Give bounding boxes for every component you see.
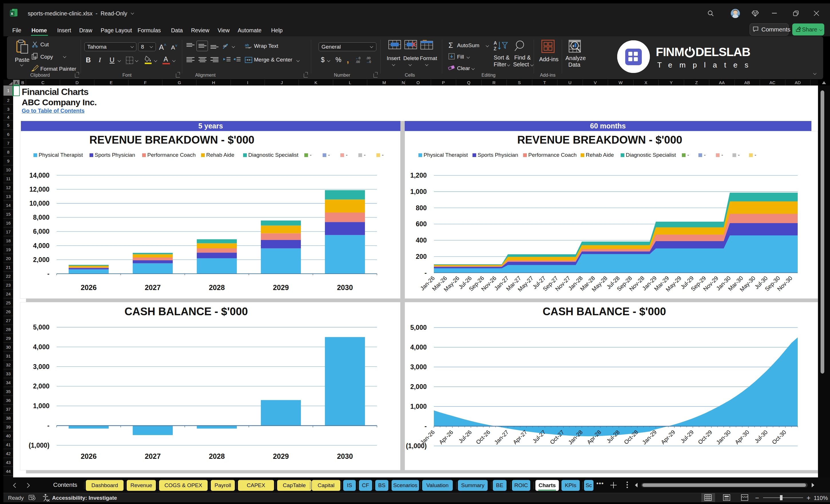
- svg-text:Sports Physician: Sports Physician: [95, 152, 135, 158]
- svg-text:0: 0: [369, 60, 371, 63]
- svg-text:x: x: [11, 11, 13, 16]
- svg-text:Physical Therapist: Physical Therapist: [39, 152, 83, 158]
- svg-text:CASH BALANCE - $'000: CASH BALANCE - $'000: [124, 306, 248, 317]
- svg-text:Jan-27: Jan-27: [493, 429, 510, 446]
- svg-text:Jul-29: Jul-29: [679, 429, 695, 444]
- svg-text:12,000: 12,000: [29, 186, 50, 193]
- svg-text:-: -: [382, 152, 384, 158]
- svg-text:Jul-30: Jul-30: [753, 429, 769, 444]
- svg-text:2,000: 2,000: [33, 382, 50, 390]
- svg-text:Jul-26: Jul-26: [457, 429, 473, 444]
- svg-text:5,000: 5,000: [33, 323, 50, 331]
- svg-text:Diagnostic Specialist: Diagnostic Specialist: [248, 152, 298, 158]
- svg-text:-: -: [47, 270, 50, 278]
- svg-text:Apr-27: Apr-27: [512, 429, 528, 445]
- svg-text:-: -: [47, 422, 50, 429]
- svg-text:2030: 2030: [337, 452, 353, 460]
- svg-text:1,000: 1,000: [410, 188, 427, 195]
- svg-text:ab: ab: [245, 43, 249, 47]
- svg-text:A: A: [493, 41, 497, 45]
- svg-text:400: 400: [416, 237, 427, 244]
- svg-text:2,000: 2,000: [410, 383, 427, 390]
- svg-text:-: -: [424, 422, 427, 430]
- svg-text:1,000: 1,000: [410, 403, 427, 410]
- svg-text:Jan-26: Jan-26: [419, 429, 436, 446]
- svg-text:REVENUE BREAKDOWN - $'000: REVENUE BREAKDOWN - $'000: [517, 134, 682, 146]
- svg-text:1,000: 1,000: [33, 402, 50, 410]
- svg-text:3,000: 3,000: [33, 363, 50, 371]
- svg-text:3,000: 3,000: [410, 363, 427, 371]
- svg-text:Z: Z: [493, 46, 497, 51]
- svg-text:(1,000): (1,000): [29, 442, 50, 449]
- svg-text:-: -: [328, 152, 330, 158]
- svg-text:REVENUE BREAKDOWN - $'000: REVENUE BREAKDOWN - $'000: [89, 134, 254, 146]
- svg-text:Apr-29: Apr-29: [660, 429, 676, 445]
- svg-text:Diagnostic Specialist: Diagnostic Specialist: [626, 152, 676, 158]
- svg-text:800: 800: [416, 204, 427, 212]
- svg-text:-: -: [704, 152, 706, 158]
- svg-text:6,000: 6,000: [33, 228, 50, 235]
- svg-text:2029: 2029: [273, 452, 289, 460]
- svg-text:CASH BALANCE - $'000: CASH BALANCE - $'000: [543, 306, 666, 317]
- svg-text:5,000: 5,000: [410, 324, 427, 331]
- svg-text:2028: 2028: [209, 452, 225, 460]
- svg-text:Rehab Aide: Rehab Aide: [586, 152, 614, 158]
- svg-text:Performance Coach: Performance Coach: [147, 152, 196, 158]
- svg-text:8,000: 8,000: [33, 214, 50, 221]
- svg-text:Apr-26: Apr-26: [438, 429, 454, 445]
- svg-text:Jan-30: Jan-30: [715, 429, 732, 446]
- svg-text:Oct-26: Oct-26: [475, 429, 491, 445]
- svg-text:Rehab Aide: Rehab Aide: [206, 152, 234, 158]
- svg-text:Oct-30: Oct-30: [771, 429, 787, 445]
- svg-text:-: -: [424, 269, 427, 277]
- svg-text:4,000: 4,000: [33, 242, 50, 249]
- svg-text:-: -: [346, 152, 348, 158]
- svg-text:200: 200: [416, 253, 427, 260]
- svg-text:-: -: [755, 152, 756, 158]
- svg-text:-: -: [738, 152, 740, 158]
- svg-text:2029: 2029: [273, 283, 289, 291]
- svg-text:2028: 2028: [209, 283, 225, 291]
- svg-text:Apr-30: Apr-30: [734, 429, 750, 445]
- svg-text:Sports Physician: Sports Physician: [478, 152, 518, 158]
- svg-text:2026: 2026: [81, 283, 97, 291]
- svg-text:Oct-29: Oct-29: [697, 429, 713, 445]
- svg-text:2027: 2027: [145, 452, 161, 460]
- svg-text:4,000: 4,000: [33, 343, 50, 351]
- svg-text:-: -: [721, 152, 723, 158]
- svg-text:10,000: 10,000: [29, 200, 50, 207]
- svg-text:600: 600: [416, 220, 427, 228]
- svg-text:ab: ab: [223, 44, 226, 48]
- svg-text:2026: 2026: [81, 452, 97, 460]
- svg-text:.00: .00: [366, 56, 371, 60]
- svg-text:2030: 2030: [337, 283, 353, 291]
- svg-text:1,200: 1,200: [410, 171, 427, 179]
- svg-text:14,000: 14,000: [29, 171, 50, 179]
- svg-text:Performance Coach: Performance Coach: [528, 152, 577, 158]
- svg-text:2,000: 2,000: [33, 256, 50, 263]
- svg-text:Physical Therapist: Physical Therapist: [423, 152, 468, 158]
- svg-text:2027: 2027: [145, 283, 161, 291]
- svg-text:0: 0: [359, 56, 360, 60]
- svg-text:-: -: [364, 152, 365, 158]
- svg-text:-: -: [310, 152, 312, 158]
- svg-text:-: -: [687, 152, 689, 158]
- svg-text:4,000: 4,000: [410, 344, 427, 351]
- svg-text:.00: .00: [355, 60, 360, 63]
